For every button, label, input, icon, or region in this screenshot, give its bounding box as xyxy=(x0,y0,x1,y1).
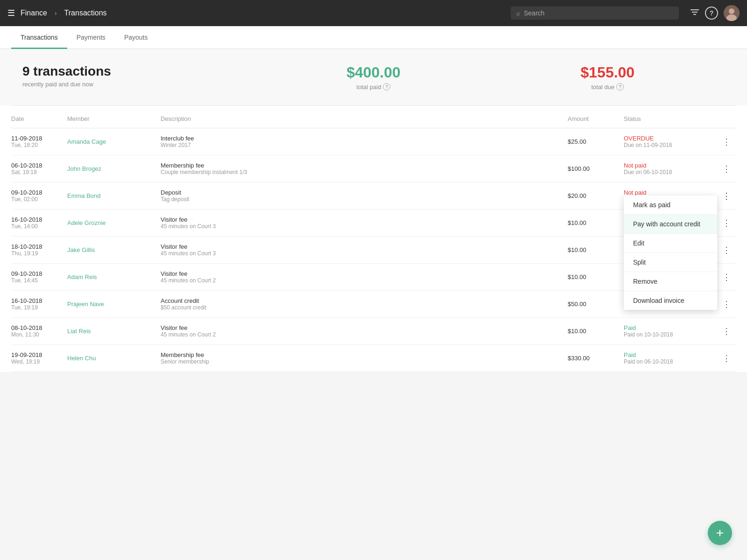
cell-member[interactable]: Liat Reis xyxy=(67,328,161,335)
table-row: 08-10-2018Mon, 11:30 Liat Reis Visitor f… xyxy=(11,318,736,345)
cell-description: DepositTag deposit xyxy=(161,189,568,203)
filter-icon[interactable] xyxy=(690,8,699,18)
table-row: 19-09-2018Wed, 19:19 Helen Chu Membershi… xyxy=(11,345,736,372)
cell-amount: $10.00 xyxy=(568,246,624,253)
avatar[interactable] xyxy=(724,5,740,21)
total-paid-amount: $400.00 xyxy=(256,64,490,81)
cell-amount: $100.00 xyxy=(568,165,624,172)
summary-total-due: $155.00 total due ? xyxy=(491,64,725,91)
cell-amount: $10.00 xyxy=(568,328,624,335)
cell-amount: $25.00 xyxy=(568,138,624,145)
context-menu-remove[interactable]: Remove xyxy=(624,272,717,291)
three-dots-icon[interactable]: ⋮ xyxy=(722,299,731,309)
cell-amount: $20.00 xyxy=(568,192,624,199)
three-dots-icon[interactable]: ⋮ xyxy=(722,326,731,336)
table-row: 06-10-2018Sat, 19:19 John Brogez Members… xyxy=(11,155,736,182)
row-action-menu[interactable]: ⋮ xyxy=(717,299,736,309)
cell-member[interactable]: Amanda Cage xyxy=(67,138,161,145)
help-icon[interactable]: ? xyxy=(705,7,718,20)
cell-description: Visitor fee45 minutes on Court 3 xyxy=(161,243,568,257)
total-paid-label: total paid ? xyxy=(256,83,490,91)
summary-subtitle: recently paid and due now xyxy=(22,81,256,88)
row-action-menu[interactable]: ⋮ xyxy=(717,272,736,282)
cell-status: PaidPaid on 10-10-2018 xyxy=(624,324,717,338)
context-menu-mark-paid[interactable]: Mark as paid xyxy=(624,196,717,215)
context-menu: Mark as paid Pay with account credit Edi… xyxy=(624,196,717,310)
cell-description: Account credit$50 account credit xyxy=(161,297,568,311)
app-header: ☰ Finance › Transactions ⌕ ? xyxy=(0,0,747,26)
cell-date: 16-10-2018Tue, 14:00 xyxy=(11,216,67,230)
row-action-menu[interactable]: ⋮ xyxy=(717,137,736,147)
transactions-table: Date Member Description Amount Status 11… xyxy=(0,105,747,372)
total-paid-help-icon[interactable]: ? xyxy=(383,83,390,91)
three-dots-icon[interactable]: ⋮ xyxy=(722,218,731,228)
three-dots-icon[interactable]: ⋮ xyxy=(722,245,731,255)
row-action-menu[interactable]: ⋮ xyxy=(717,164,736,174)
transactions-breadcrumb: Transactions xyxy=(64,9,107,17)
cell-date: 09-10-2018Tue, 02:00 xyxy=(11,189,67,203)
summary-section: 9 transactions recently paid and due now… xyxy=(0,49,747,105)
cell-member[interactable]: Adele Groznie xyxy=(67,219,161,226)
col-actions xyxy=(717,115,736,122)
cell-description: Visitor fee45 minutes on Court 2 xyxy=(161,270,568,284)
col-member: Member xyxy=(67,115,161,122)
cell-date: 16-10-2018Tue, 19:19 xyxy=(11,297,67,311)
three-dots-icon[interactable]: ⋮ xyxy=(722,272,731,282)
search-icon: ⌕ xyxy=(516,9,520,17)
cell-description: Visitor fee45 minutes on Court 2 xyxy=(161,324,568,338)
three-dots-icon[interactable]: ⋮ xyxy=(722,137,731,147)
context-menu-download-invoice[interactable]: Download invoice xyxy=(624,291,717,310)
cell-date: 19-09-2018Wed, 19:19 xyxy=(11,351,67,365)
table-row: 11-09-2018Tue, 18:20 Amanda Cage Intercl… xyxy=(11,128,736,155)
context-menu-edit[interactable]: Edit xyxy=(624,234,717,253)
cell-amount: $50.00 xyxy=(568,301,624,308)
tab-transactions[interactable]: Transactions xyxy=(11,26,67,49)
three-dots-icon[interactable]: ⋮ xyxy=(722,164,731,174)
row-action-menu[interactable]: ⋮ xyxy=(717,353,736,364)
row-action-menu[interactable]: ⋮ xyxy=(717,326,736,336)
cell-member[interactable]: Prajeen Nave xyxy=(67,301,161,308)
total-due-label: total due ? xyxy=(491,83,725,91)
total-due-help-icon[interactable]: ? xyxy=(616,83,624,91)
tab-payments[interactable]: Payments xyxy=(67,26,115,49)
cell-member[interactable]: Adam Reis xyxy=(67,273,161,280)
col-description: Description xyxy=(161,115,568,122)
cell-description: Interclub feeWinter 2017 xyxy=(161,135,568,148)
cell-date: 18-10-2018Thu, 19:19 xyxy=(11,243,67,257)
cell-date: 11-09-2018Tue, 18:20 xyxy=(11,135,67,148)
cell-description: Membership feeSenior membership xyxy=(161,351,568,365)
cell-member[interactable]: Helen Chu xyxy=(67,355,161,362)
hamburger-menu-icon[interactable]: ☰ xyxy=(7,8,15,18)
three-dots-icon[interactable]: ⋮ xyxy=(722,191,731,201)
cell-status: OVERDUEDue on 11-09-2018 xyxy=(624,135,717,148)
avatar-image xyxy=(724,5,740,21)
summary-count-section: 9 transactions recently paid and due now xyxy=(22,64,256,88)
search-container[interactable]: ⌕ xyxy=(511,7,679,20)
cell-date: 09-10-2018Tue, 14:45 xyxy=(11,270,67,284)
cell-date: 06-10-2018Sat, 19:19 xyxy=(11,162,67,175)
col-amount: Amount xyxy=(568,115,624,122)
row-action-menu[interactable]: ⋮ Mark as paid Pay with account credit E… xyxy=(717,191,736,201)
table-header: Date Member Description Amount Status xyxy=(11,110,736,128)
context-menu-pay-credit[interactable]: Pay with account credit xyxy=(624,215,717,234)
three-dots-icon[interactable]: ⋮ xyxy=(722,353,731,364)
tab-payouts[interactable]: Payouts xyxy=(115,26,157,49)
cell-description: Visitor fee45 minutes on Court 3 xyxy=(161,216,568,230)
cell-amount: $10.00 xyxy=(568,219,624,226)
search-input[interactable] xyxy=(524,9,673,17)
row-action-menu[interactable]: ⋮ xyxy=(717,245,736,255)
cell-status: PaidPaid on 06-10-2018 xyxy=(624,351,717,365)
col-date: Date xyxy=(11,115,67,122)
cell-member[interactable]: Emma Bond xyxy=(67,192,161,199)
summary-total-paid: $400.00 total paid ? xyxy=(256,64,490,91)
finance-breadcrumb[interactable]: Finance xyxy=(21,9,47,17)
cell-description: Membership feeCouple membership instalme… xyxy=(161,162,568,175)
cell-status: Not paidDue on 06-10-2018 xyxy=(624,162,717,175)
transaction-count: 9 transactions xyxy=(22,64,256,79)
cell-amount: $330.00 xyxy=(568,355,624,362)
cell-member[interactable]: John Brogez xyxy=(67,165,161,172)
context-menu-split[interactable]: Split xyxy=(624,253,717,272)
cell-member[interactable]: Jake Gillis xyxy=(67,246,161,253)
row-action-menu[interactable]: ⋮ xyxy=(717,218,736,228)
svg-point-4 xyxy=(729,8,734,14)
